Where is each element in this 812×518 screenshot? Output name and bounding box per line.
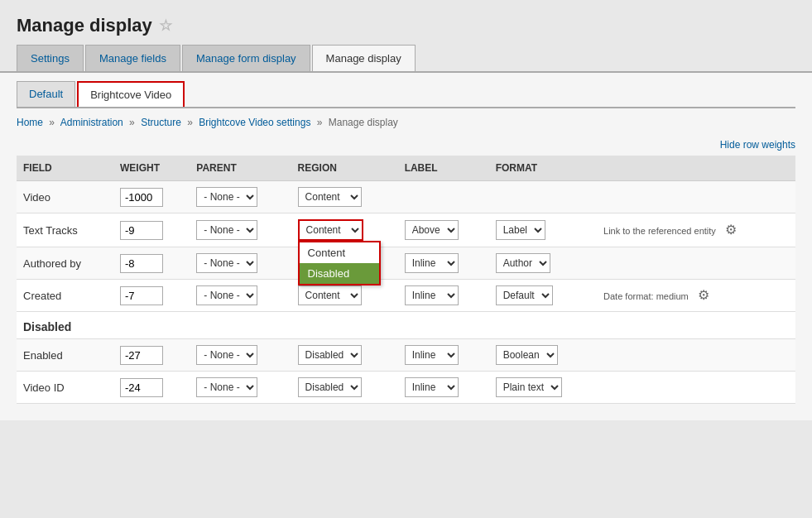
col-label: LABEL: [398, 156, 489, 181]
table-row: Enabled - None - Content Disabled: [17, 339, 795, 372]
region-video: Content Disabled: [291, 181, 398, 213]
label-select-enabled[interactable]: Inline Above: [405, 345, 459, 365]
format-video: [489, 181, 597, 213]
favorite-icon[interactable]: ☆: [159, 17, 172, 35]
region-select-video-id[interactable]: Content Disabled: [298, 377, 362, 397]
breadcrumb-administration[interactable]: Administration: [60, 117, 123, 128]
col-field: FIELD: [17, 156, 113, 181]
weight-input-text-tracks[interactable]: [120, 221, 163, 240]
label-select-video-id[interactable]: Inline Above: [405, 377, 459, 397]
weight-input-enabled[interactable]: [120, 346, 163, 365]
dropdown-item-content[interactable]: Content: [300, 242, 379, 263]
parent-video: - None -: [190, 181, 291, 213]
breadcrumb-current: Manage display: [329, 117, 398, 128]
format-video-id: Plain text: [489, 372, 597, 404]
weight-input-video[interactable]: [120, 188, 163, 207]
format-info-text-tracks: Link to the referenced entity: [603, 226, 716, 236]
actions-enabled: [597, 339, 795, 372]
format-select-created[interactable]: Default: [496, 285, 553, 305]
region-video-id: Content Disabled: [291, 372, 398, 404]
parent-select-video[interactable]: - None -: [196, 187, 257, 207]
table-row: Video ID - None - Content Disabled: [17, 372, 795, 404]
sub-tabs: Default Brightcove Video: [17, 73, 795, 108]
main-tabs: Settings Manage fields Manage form displ…: [0, 45, 812, 71]
parent-select-text-tracks[interactable]: - None -: [196, 220, 257, 240]
page-title: Manage display ☆: [17, 15, 795, 36]
table-row: Video - None - Content Disabled: [17, 181, 795, 213]
hide-row-weights-container: Hide row weights: [17, 138, 795, 151]
format-enabled: Boolean: [489, 339, 597, 372]
breadcrumb-home[interactable]: Home: [17, 117, 43, 128]
label-select-authored-by[interactable]: Inline Above: [405, 253, 459, 273]
field-text-tracks: Text Tracks: [17, 213, 113, 247]
weight-input-video-id[interactable]: [120, 378, 163, 397]
region-select-enabled[interactable]: Content Disabled: [298, 345, 362, 365]
label-authored-by: Inline Above: [398, 247, 489, 280]
label-enabled: Inline Above: [398, 339, 489, 372]
parent-select-video-id[interactable]: - None -: [196, 377, 257, 397]
content-area: Default Brightcove Video Home » Administ…: [0, 71, 812, 420]
parent-text-tracks: - None -: [190, 213, 291, 247]
sub-tab-default[interactable]: Default: [17, 81, 75, 107]
page-title-text: Manage display: [17, 15, 152, 36]
fields-table: FIELD WEIGHT PARENT REGION LABEL FORMAT …: [17, 156, 795, 404]
label-text-tracks: Above Inline: [398, 213, 489, 247]
label-video: [398, 181, 489, 213]
table-row: Authored by - None - Content Disabled: [17, 247, 795, 280]
breadcrumb-structure[interactable]: Structure: [141, 117, 181, 128]
format-authored-by: Author: [489, 247, 597, 280]
parent-select-created[interactable]: - None -: [196, 285, 257, 305]
tab-manage-display[interactable]: Manage display: [312, 45, 416, 71]
format-select-video-id[interactable]: Plain text: [496, 377, 562, 397]
actions-created: Date format: medium ⚙: [597, 280, 795, 312]
weight-input-authored-by[interactable]: [120, 254, 163, 273]
parent-select-authored-by[interactable]: - None -: [196, 253, 257, 273]
region-text-tracks: Content Disabled Content Disabled: [291, 213, 398, 247]
breadcrumb: Home » Administration » Structure » Brig…: [17, 117, 795, 128]
parent-enabled: - None -: [190, 339, 291, 372]
tab-manage-form-display[interactable]: Manage form display: [182, 45, 310, 71]
tab-manage-fields[interactable]: Manage fields: [85, 45, 180, 71]
region-enabled: Content Disabled: [291, 339, 398, 372]
col-region: REGION: [291, 156, 398, 181]
parent-select-enabled[interactable]: - None -: [196, 345, 257, 365]
weight-video: [113, 181, 190, 213]
region-select-video[interactable]: Content Disabled: [298, 187, 362, 207]
format-info-created: Date format: medium: [603, 291, 689, 301]
weight-text-tracks: [113, 213, 190, 247]
table-row: Text Tracks - None - Content Dis: [17, 213, 795, 247]
format-created: Default: [489, 280, 597, 312]
breadcrumb-brightcove-settings[interactable]: Brightcove Video settings: [199, 117, 310, 128]
weight-created: [113, 280, 190, 312]
gear-icon-created[interactable]: ⚙: [698, 288, 709, 302]
weight-enabled: [113, 339, 190, 372]
disabled-section-row: Disabled: [17, 312, 795, 339]
dropdown-item-disabled[interactable]: Disabled: [300, 263, 379, 284]
format-select-enabled[interactable]: Boolean: [496, 345, 558, 365]
parent-created: - None -: [190, 280, 291, 312]
weight-input-created[interactable]: [120, 286, 163, 305]
label-select-created[interactable]: Inline Above: [405, 285, 459, 305]
tab-settings[interactable]: Settings: [17, 45, 84, 71]
col-parent: PARENT: [190, 156, 291, 181]
weight-video-id: [113, 372, 190, 404]
field-authored-by: Authored by: [17, 247, 113, 280]
format-select-text-tracks[interactable]: Label: [496, 220, 545, 240]
region-dropdown-panel: Content Disabled: [298, 241, 381, 285]
hide-row-weights-link[interactable]: Hide row weights: [720, 139, 795, 151]
table-row: Created - None - Content Disabled: [17, 280, 795, 312]
actions-authored-by: [597, 247, 795, 280]
gear-icon-text-tracks[interactable]: ⚙: [725, 223, 737, 237]
region-select-text-tracks[interactable]: Content Disabled: [298, 219, 363, 241]
label-select-text-tracks[interactable]: Above Inline: [405, 220, 459, 240]
col-weight: WEIGHT: [113, 156, 190, 181]
format-text-tracks: Label: [489, 213, 597, 247]
sub-tab-brightcove-video[interactable]: Brightcove Video: [77, 81, 185, 107]
region-dropdown-open: Content Disabled Content Disabled: [298, 219, 363, 241]
parent-authored-by: - None -: [190, 247, 291, 280]
field-video: Video: [17, 181, 113, 213]
format-select-authored-by[interactable]: Author: [496, 253, 550, 273]
actions-text-tracks: Link to the referenced entity ⚙: [597, 213, 795, 247]
weight-authored-by: [113, 247, 190, 280]
region-select-created[interactable]: Content Disabled: [298, 285, 362, 305]
